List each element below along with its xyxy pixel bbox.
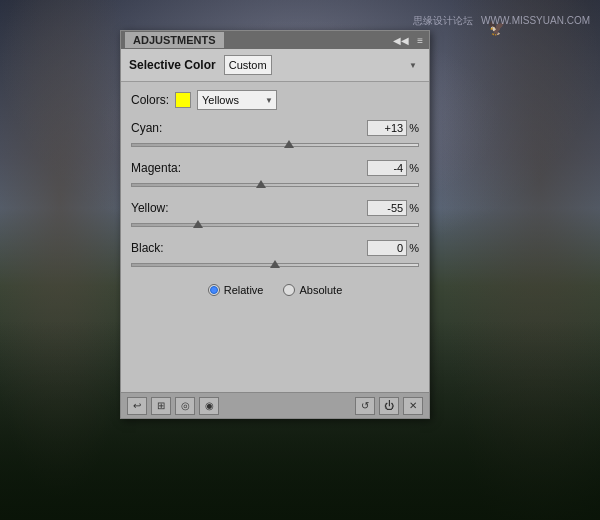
preset-select-wrapper: Custom Default ▼	[224, 55, 421, 75]
cyan-value-group: %	[367, 120, 419, 136]
absolute-option[interactable]: Absolute	[283, 284, 342, 296]
panel-body: Colors: Reds Yellows Greens Cyans Blues …	[121, 82, 429, 312]
yellow-slider-row: Yellow: %	[131, 200, 419, 232]
black-track-container	[131, 258, 419, 272]
preset-select[interactable]: Custom Default	[224, 55, 272, 75]
cyan-track-container	[131, 138, 419, 152]
panel-title-text: ADJUSTMENTS	[133, 34, 216, 46]
toolbar-right: ↺ ⏻ ✕	[355, 397, 423, 415]
yellow-percent: %	[409, 202, 419, 214]
radio-row: Relative Absolute	[131, 284, 419, 296]
colors-label: Colors:	[131, 93, 169, 107]
black-slider-row: Black: %	[131, 240, 419, 272]
magenta-track[interactable]	[131, 183, 419, 187]
magenta-thumb[interactable]	[256, 180, 266, 188]
magenta-value-group: %	[367, 160, 419, 176]
relative-option[interactable]: Relative	[208, 284, 264, 296]
black-slider-top: Black: %	[131, 240, 419, 256]
panel-titlebar: ADJUSTMENTS ◀◀ ≡	[121, 31, 429, 49]
watermark: 思缘设计论坛 WWW.MISSYUAN.COM	[413, 14, 590, 28]
panel-menu-button[interactable]: ≡	[415, 35, 425, 46]
panel-title-controls: ◀◀ ≡	[391, 35, 425, 46]
cyan-label: Cyan:	[131, 121, 162, 135]
black-percent: %	[409, 242, 419, 254]
watermark-text1: 思缘设计论坛	[413, 15, 473, 26]
black-label: Black:	[131, 241, 164, 255]
color-select-wrapper: Reds Yellows Greens Cyans Blues Magentas…	[197, 90, 277, 110]
image-button[interactable]: ⊞	[151, 397, 171, 415]
preset-select-arrow: ▼	[409, 61, 417, 70]
refresh-button[interactable]: ↺	[355, 397, 375, 415]
undo-button[interactable]: ↩	[127, 397, 147, 415]
yellow-input[interactable]	[367, 200, 407, 216]
adjustments-panel: ADJUSTMENTS ◀◀ ≡ Selective Color Custom …	[120, 30, 430, 419]
colors-row: Colors: Reds Yellows Greens Cyans Blues …	[131, 90, 419, 110]
watermark-text2: WWW.MISSYUAN.COM	[481, 15, 590, 26]
color-swatch	[175, 92, 191, 108]
black-value-group: %	[367, 240, 419, 256]
delete-button[interactable]: ✕	[403, 397, 423, 415]
magenta-slider-row: Magenta: %	[131, 160, 419, 192]
black-thumb[interactable]	[270, 260, 280, 268]
panel-spacer	[121, 312, 429, 392]
yellow-track-container	[131, 218, 419, 232]
magenta-percent: %	[409, 162, 419, 174]
cyan-track[interactable]	[131, 143, 419, 147]
relative-label: Relative	[224, 284, 264, 296]
magenta-slider-top: Magenta: %	[131, 160, 419, 176]
view-button[interactable]: ◉	[199, 397, 219, 415]
cyan-thumb[interactable]	[284, 140, 294, 148]
visibility-button[interactable]: ◎	[175, 397, 195, 415]
magenta-input[interactable]	[367, 160, 407, 176]
black-input[interactable]	[367, 240, 407, 256]
panel-toolbar: ↩ ⊞ ◎ ◉ ↺ ⏻ ✕	[121, 392, 429, 418]
cyan-slider-top: Cyan: %	[131, 120, 419, 136]
cyan-percent: %	[409, 122, 419, 134]
cyan-slider-row: Cyan: %	[131, 120, 419, 152]
yellow-thumb[interactable]	[193, 220, 203, 228]
toolbar-left: ↩ ⊞ ◎ ◉	[127, 397, 219, 415]
panel-title-tab: ADJUSTMENTS	[125, 32, 224, 48]
absolute-radio[interactable]	[283, 284, 295, 296]
absolute-label: Absolute	[299, 284, 342, 296]
color-select[interactable]: Reds Yellows Greens Cyans Blues Magentas…	[197, 90, 277, 110]
relative-radio[interactable]	[208, 284, 220, 296]
yellow-track[interactable]	[131, 223, 419, 227]
magenta-track-container	[131, 178, 419, 192]
black-track[interactable]	[131, 263, 419, 267]
power-button[interactable]: ⏻	[379, 397, 399, 415]
yellow-value-group: %	[367, 200, 419, 216]
cyan-input[interactable]	[367, 120, 407, 136]
panel-header: Selective Color Custom Default ▼	[121, 49, 429, 82]
magenta-label: Magenta:	[131, 161, 181, 175]
collapse-button[interactable]: ◀◀	[391, 35, 411, 46]
yellow-slider-top: Yellow: %	[131, 200, 419, 216]
yellow-label: Yellow:	[131, 201, 169, 215]
selective-color-label: Selective Color	[129, 58, 216, 72]
